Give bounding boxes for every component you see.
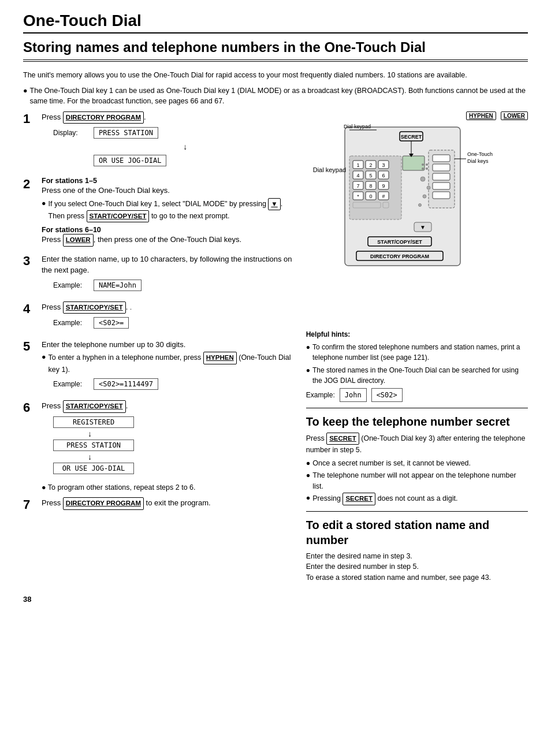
- secret-title: To keep the telephone number secret: [306, 414, 528, 429]
- svg-rect-34: [403, 156, 425, 170]
- start-copy-set-key-6: START/COPY/SET: [63, 400, 126, 412]
- section-title: Storing names and telephone numbers in t…: [23, 39, 528, 62]
- svg-text:#: #: [382, 193, 385, 199]
- for-stations-1-5: For stations 1–5: [42, 177, 295, 185]
- step-2: 2 For stations 1–5 Press one of the One-…: [23, 177, 295, 246]
- sub-bullet-dial-mode: ● If you select One-Touch Dial key 1, se…: [42, 198, 295, 223]
- divider-2: [306, 511, 528, 512]
- edit-line-3: To erase a stored station name and numbe…: [306, 572, 528, 583]
- edit-title: To edit a stored station name and number: [306, 517, 528, 548]
- svg-text:0: 0: [369, 193, 372, 199]
- directory-program-key-7: DIRECTORY PROGRAM: [63, 497, 144, 509]
- svg-text:8: 8: [369, 183, 372, 189]
- lower-key-2: LOWER: [63, 234, 94, 246]
- v-key: ▼: [268, 198, 280, 210]
- svg-point-52: [423, 195, 426, 198]
- svg-point-54: [422, 163, 424, 166]
- right-column: HYPHEN LOWER 1 2 3 4: [306, 111, 528, 583]
- step-7: 7 Press DIRECTORY PROGRAM to exit the pr…: [23, 497, 295, 511]
- step-1: 1 Press DIRECTORY PROGRAM. Display: PRES…: [23, 111, 295, 170]
- arrow-1: ↓: [76, 142, 295, 151]
- edit-line-1: Enter the desired name in step 3.: [306, 551, 528, 562]
- sub-bullet-hyphen: ● To enter a hyphen in a telephone numbe…: [42, 352, 295, 375]
- svg-text:1: 1: [356, 162, 359, 168]
- svg-text:*: *: [357, 193, 359, 199]
- display-press-station-6: PRESS STATION: [53, 440, 134, 451]
- display-jog-dial-1: OR USE JOG-DIAL: [94, 155, 166, 166]
- edit-line-2: Enter the desired number in step 5.: [306, 561, 528, 572]
- secret-key: SECRET: [326, 433, 359, 445]
- svg-text:START/COPY/SET: START/COPY/SET: [377, 239, 422, 245]
- svg-rect-29: [433, 155, 450, 162]
- svg-point-50: [420, 177, 425, 181]
- intro-line1: The unit's memory allows you to use the …: [23, 70, 528, 81]
- divider-1: [306, 408, 528, 408]
- fax-diagram: 1 2 3 4 5 6 7 8 9 *: [306, 121, 528, 173]
- step-4: 4 Press START/COPY/SET. . Example: <S02>…: [23, 301, 295, 332]
- svg-text:SECRET: SECRET: [401, 134, 422, 140]
- svg-point-51: [427, 186, 430, 189]
- svg-text:9: 9: [382, 183, 385, 189]
- svg-rect-33: [433, 192, 450, 199]
- svg-text:6: 6: [382, 173, 385, 178]
- hyphen-label: HYPHEN: [466, 111, 496, 120]
- svg-text:2: 2: [369, 162, 372, 168]
- hints-example: Example: John <S02>: [306, 388, 528, 402]
- secret-section: To keep the telephone number secret Pres…: [306, 414, 528, 505]
- svg-text:One-Touch: One-Touch: [467, 151, 493, 157]
- svg-point-56: [422, 167, 424, 170]
- svg-text:DIRECTORY PROGRAM: DIRECTORY PROGRAM: [370, 254, 429, 259]
- svg-text:Dial keys: Dial keys: [467, 158, 489, 164]
- repeat-note: ● To program other stations, repeat step…: [42, 482, 295, 493]
- hint-1: ● To confirm the stored telephone number…: [306, 342, 528, 363]
- secret-bullet-3: ●Pressing SECRET does not count as a dig…: [306, 493, 528, 505]
- svg-text:4: 4: [356, 173, 359, 178]
- lower-label: LOWER: [501, 111, 528, 120]
- helpful-hints: Helpful hints: ● To confirm the stored t…: [306, 329, 528, 402]
- svg-rect-30: [433, 164, 450, 171]
- secret-bullet-2: ●The telephone number will not appear on…: [306, 470, 528, 492]
- svg-text:7: 7: [356, 183, 359, 189]
- hint-2: ● The stored names in the One-Touch Dial…: [306, 365, 528, 386]
- secret-body: Press SECRET (One-Touch Dial key 3) afte…: [306, 433, 528, 456]
- svg-rect-32: [433, 183, 450, 189]
- hints-title: Helpful hints:: [306, 329, 528, 340]
- display-press-station-1: PRESS STATION: [94, 127, 158, 139]
- svg-text:▼: ▼: [420, 224, 426, 230]
- svg-text:Dial keypad: Dial keypad: [344, 124, 371, 129]
- svg-text:3: 3: [382, 162, 385, 168]
- intro-bullet1: ● The One-Touch Dial key 1 can be used a…: [23, 85, 528, 107]
- secret-key-2: SECRET: [342, 493, 375, 505]
- svg-point-53: [418, 204, 421, 207]
- svg-rect-31: [433, 173, 450, 180]
- start-copy-set-key-2a: START/COPY/SET: [87, 210, 150, 222]
- step-5: 5 Enter the telephone number up to 30 di…: [23, 339, 295, 394]
- display-s02-number: <S02>=1114497: [94, 378, 158, 390]
- display-s02: <S02>=: [94, 317, 129, 329]
- for-stations-6-10: For stations 6–10: [42, 226, 295, 234]
- hints-example-val1: John: [340, 388, 367, 402]
- left-column: 1 Press DIRECTORY PROGRAM. Display: PRES…: [23, 111, 295, 583]
- svg-point-55: [426, 163, 428, 166]
- svg-rect-26: [353, 202, 381, 208]
- directory-program-key-1: DIRECTORY PROGRAM: [63, 111, 144, 124]
- step-3: 3 Enter the station name, up to 10 chara…: [23, 254, 295, 295]
- secret-bullet-1: ●Once a secret number is set, it cannot …: [306, 458, 528, 469]
- hyphen-key-5: HYPHEN: [203, 352, 237, 364]
- display-jog-dial-6: OR USE JOG-DIAL: [53, 463, 134, 474]
- step-6: 6 Press START/COPY/SET. REGISTERED ↓ PRE…: [23, 400, 295, 475]
- hints-example-val2: <S02>: [371, 388, 403, 402]
- svg-text:5: 5: [369, 173, 372, 178]
- hints-example-label: Example:: [306, 390, 335, 400]
- diagram-top-labels: HYPHEN LOWER: [306, 111, 528, 120]
- edit-section: To edit a stored station name and number…: [306, 517, 528, 583]
- svg-rect-27: [383, 202, 389, 208]
- display-name-john: NAME=John: [94, 280, 142, 291]
- svg-point-57: [426, 167, 428, 170]
- start-copy-set-key-4: START/COPY/SET: [63, 301, 126, 314]
- page-number: 38: [23, 595, 528, 604]
- page-title: One-Touch Dial: [23, 12, 528, 33]
- display-registered: REGISTERED: [53, 416, 134, 428]
